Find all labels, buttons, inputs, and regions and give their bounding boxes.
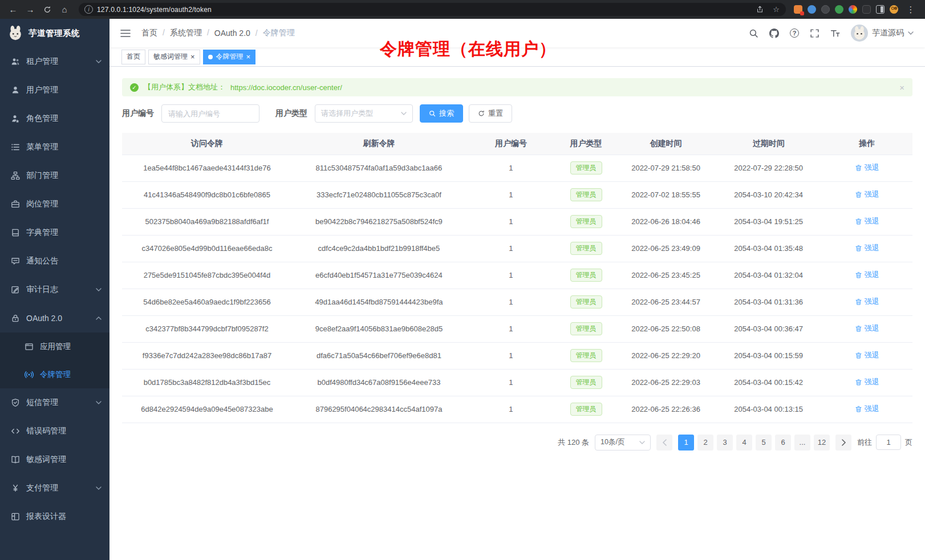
help-icon[interactable]: ? [790, 29, 799, 38]
page-button[interactable]: 1 [678, 435, 694, 451]
extension-icon-3[interactable] [821, 5, 830, 14]
sidebar-item-tenant[interactable]: 租户管理 [0, 47, 109, 76]
sidebar-item-sms[interactable]: 短信管理 [0, 388, 109, 417]
user-type-select[interactable]: 请选择用户类型 [315, 104, 413, 123]
split-screen-icon[interactable] [876, 5, 885, 14]
edit-pencil-icon [11, 285, 20, 294]
table-row: c342377bf8b344799dcbf7bf095287f2 9ce8ef2… [122, 315, 912, 342]
browser-back-icon[interactable]: ← [6, 2, 21, 17]
sidebar-item-token-management[interactable]: 令牌管理 [0, 360, 109, 388]
doc-link[interactable]: https://doc.iocoder.cn/user-center/ [230, 83, 342, 92]
sidebar-item-payment[interactable]: 支付管理 [0, 474, 109, 502]
tab-sensitive-word[interactable]: 敏感词管理 × [148, 50, 200, 64]
page-button[interactable]: 12 [814, 435, 830, 451]
force-logout-button[interactable]: 强退 [855, 297, 879, 307]
browser-reload-icon[interactable] [40, 2, 55, 17]
share-icon[interactable] [753, 3, 766, 16]
force-logout-button[interactable]: 强退 [855, 377, 879, 387]
close-icon[interactable]: × [246, 53, 251, 60]
prev-page-button[interactable] [656, 435, 672, 451]
active-dot-icon [208, 55, 213, 59]
extension-icon-5[interactable] [862, 5, 871, 14]
menu-list-icon [11, 143, 20, 152]
page-button[interactable]: 3 [717, 435, 733, 451]
page-size-select[interactable]: 10条/页 [595, 435, 651, 451]
table-row: 502375b8040a469a9b82188afdf6af1f be90422… [122, 208, 912, 235]
force-logout-button[interactable]: 强退 [855, 323, 879, 334]
close-icon[interactable]: × [899, 83, 904, 92]
search-button[interactable]: 搜索 [420, 104, 463, 123]
url-text: 127.0.0.1:1024/system/oauth2/token [97, 6, 212, 14]
force-logout-button[interactable]: 强退 [855, 243, 879, 253]
page-button[interactable]: 5 [756, 435, 772, 451]
column-header: 创建时间 [616, 133, 716, 155]
page-content: ✓ 【用户体系】文档地址： https://doc.iocoder.cn/use… [109, 67, 925, 560]
logo-mascot-icon [7, 25, 23, 41]
user-type-badge: 管理员 [570, 322, 602, 335]
reset-button[interactable]: 重置 [469, 104, 512, 123]
sidebar-item-menu[interactable]: 菜单管理 [0, 133, 109, 161]
sidebar-item-post[interactable]: 岗位管理 [0, 190, 109, 218]
browser-menu-icon[interactable]: ⋮ [903, 2, 918, 17]
sidebar-item-audit-log[interactable]: 审计日志 [0, 275, 109, 304]
open-book-icon [11, 455, 20, 464]
chevron-down-icon [96, 486, 102, 490]
force-logout-button[interactable]: 强退 [855, 163, 879, 173]
font-size-icon[interactable] [830, 29, 840, 38]
chevron-down-icon [908, 31, 914, 35]
force-logout-button[interactable]: 强退 [855, 270, 879, 280]
user-type-label: 用户类型 [275, 108, 307, 119]
sidebar-item-error-code[interactable]: 错误码管理 [0, 417, 109, 445]
extension-icon-2[interactable] [808, 5, 816, 14]
column-header: 用户编号 [466, 133, 556, 155]
user-id-input[interactable] [161, 104, 259, 123]
sidebar-item-oauth[interactable]: OAuth 2.0 [0, 304, 109, 332]
page-button[interactable]: 2 [697, 435, 713, 451]
github-icon[interactable] [769, 29, 779, 38]
force-logout-button[interactable]: 强退 [855, 216, 879, 226]
page-button[interactable]: 6 [775, 435, 791, 451]
search-icon[interactable] [749, 29, 758, 38]
site-info-icon[interactable]: i [84, 5, 93, 14]
browser-forward-icon[interactable]: → [23, 2, 38, 17]
sidebar-item-label: 错误码管理 [26, 426, 66, 436]
address-bar[interactable]: i 127.0.0.1:1024/system/oauth2/token ☆ [79, 3, 786, 16]
force-logout-button[interactable]: 强退 [855, 404, 879, 414]
sidebar-item-dict[interactable]: 字典管理 [0, 218, 109, 247]
next-page-button[interactable] [835, 435, 851, 451]
extensions-puzzle-icon[interactable] [849, 5, 857, 14]
sidebar-item-app-management[interactable]: 应用管理 [0, 332, 109, 360]
browser-home-icon[interactable]: ⌂ [57, 2, 72, 17]
close-icon[interactable]: × [190, 53, 195, 60]
sidebar-collapse-icon[interactable] [118, 27, 133, 40]
question-icon: ? [790, 29, 799, 38]
more-pages-button[interactable]: ... [794, 435, 810, 451]
sidebar-item-user[interactable]: 用户管理 [0, 76, 109, 104]
force-logout-button[interactable]: 强退 [855, 189, 879, 200]
user-menu[interactable]: 芋道源码 [851, 25, 914, 42]
sidebar-item-sensitive-word[interactable]: 敏感词管理 [0, 445, 109, 474]
tab-token-management[interactable]: 令牌管理 × [203, 50, 256, 64]
extension-icon-4[interactable] [835, 5, 843, 14]
user-type-badge: 管理员 [570, 269, 602, 282]
force-logout-button[interactable]: 强退 [855, 350, 879, 360]
breadcrumb-item[interactable]: 首页 [141, 28, 170, 38]
tab-home[interactable]: 首页 [121, 50, 145, 64]
sidebar-item-dept[interactable]: 部门管理 [0, 161, 109, 190]
lock-icon [11, 314, 20, 323]
annotation-text: 令牌管理（在线用户） [380, 38, 557, 61]
app-logo[interactable]: 芋道管理系统 [0, 19, 109, 47]
sidebar-item-report-designer[interactable]: 报表设计器 [0, 502, 109, 531]
bookmark-star-icon[interactable]: ☆ [770, 3, 782, 16]
chevron-up-icon [96, 316, 102, 320]
sidebar-item-role[interactable]: 角色管理 [0, 104, 109, 133]
browser-profile-avatar[interactable] [890, 5, 898, 14]
sidebar-item-notice[interactable]: 通知公告 [0, 247, 109, 275]
page-button[interactable]: 4 [736, 435, 752, 451]
user-type-badge: 管理员 [570, 295, 602, 309]
extension-icon-1[interactable] [794, 5, 802, 14]
sidebar-item-label: 应用管理 [40, 342, 71, 352]
goto-page-input[interactable] [876, 435, 901, 450]
main-area: 首页 系统管理 OAuth 2.0 令牌管理 ? [109, 19, 925, 560]
fullscreen-icon[interactable] [810, 29, 819, 38]
